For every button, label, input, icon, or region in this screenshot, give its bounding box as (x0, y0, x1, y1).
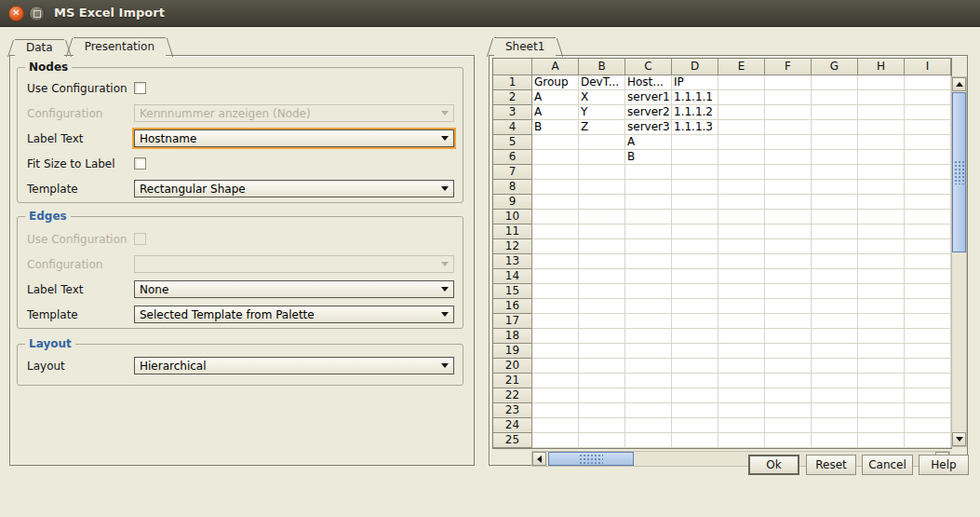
cell-F9[interactable] (765, 195, 812, 210)
cell-E21[interactable] (718, 374, 765, 388)
cell-G5[interactable] (812, 135, 858, 150)
row-header-9[interactable]: 9 (493, 195, 532, 210)
cell-D3[interactable]: 1.1.1.2 (672, 105, 718, 120)
cell-A16[interactable] (532, 299, 579, 314)
cell-A23[interactable] (532, 403, 579, 418)
cell-E1[interactable] (718, 75, 765, 90)
cell-I18[interactable] (905, 329, 951, 344)
cell-F1[interactable] (765, 75, 812, 90)
cell-I4[interactable] (905, 120, 951, 135)
cell-A7[interactable] (532, 165, 579, 180)
cell-D15[interactable] (672, 284, 718, 299)
row-header-15[interactable]: 15 (493, 284, 532, 299)
cell-D6[interactable] (672, 150, 718, 165)
use-configuration-checkbox[interactable] (134, 82, 146, 94)
cell-H9[interactable] (858, 195, 905, 210)
cell-C23[interactable] (625, 403, 672, 418)
cell-E4[interactable] (718, 120, 765, 135)
cell-F17[interactable] (765, 314, 812, 329)
row-header-7[interactable]: 7 (493, 165, 532, 180)
cell-I16[interactable] (905, 299, 951, 314)
cell-A18[interactable] (532, 329, 579, 344)
cell-I1[interactable] (905, 75, 951, 90)
cell-H7[interactable] (858, 165, 905, 180)
cell-H22[interactable] (858, 388, 905, 403)
row-header-11[interactable]: 11 (493, 224, 532, 239)
cell-G25[interactable] (812, 433, 858, 448)
column-header-F[interactable]: F (765, 59, 812, 75)
cell-D25[interactable] (672, 433, 718, 448)
cell-E14[interactable] (718, 269, 765, 284)
cell-D12[interactable] (672, 239, 718, 254)
cell-C10[interactable] (625, 210, 672, 224)
tab-presentation[interactable]: Presentation (74, 37, 166, 57)
cell-D20[interactable] (672, 359, 718, 374)
cell-D16[interactable] (672, 299, 718, 314)
cell-H17[interactable] (858, 314, 905, 329)
cell-F12[interactable] (765, 239, 812, 254)
cell-F2[interactable] (765, 90, 812, 105)
cell-E24[interactable] (718, 418, 765, 433)
edge-label-text-select[interactable]: None (134, 280, 454, 298)
cell-A21[interactable] (532, 374, 579, 388)
cell-D22[interactable] (672, 388, 718, 403)
cell-G13[interactable] (812, 254, 858, 269)
cell-I6[interactable] (905, 150, 951, 165)
cell-B22[interactable] (579, 388, 625, 403)
cell-A19[interactable] (532, 344, 579, 359)
column-header-C[interactable]: C (625, 59, 672, 75)
close-button[interactable]: ✕ (8, 6, 24, 21)
cell-E17[interactable] (718, 314, 765, 329)
cell-H20[interactable] (858, 359, 905, 374)
cell-G20[interactable] (812, 359, 858, 374)
cell-D17[interactable] (672, 314, 718, 329)
vertical-scrollbar[interactable] (951, 76, 967, 447)
cell-C6[interactable]: B (625, 150, 672, 165)
cell-H2[interactable] (858, 90, 905, 105)
cell-B5[interactable] (579, 135, 625, 150)
cell-F24[interactable] (765, 418, 812, 433)
cell-E12[interactable] (718, 239, 765, 254)
tab-sheet1[interactable]: Sheet1 (494, 37, 556, 57)
cell-C17[interactable] (625, 314, 672, 329)
cell-E23[interactable] (718, 403, 765, 418)
cell-D4[interactable]: 1.1.1.3 (672, 120, 718, 135)
cell-G15[interactable] (812, 284, 858, 299)
cell-G18[interactable] (812, 329, 858, 344)
cell-A8[interactable] (532, 180, 579, 195)
cell-A14[interactable] (532, 269, 579, 284)
row-header-21[interactable]: 21 (493, 374, 532, 388)
titlebar[interactable]: ✕ MS Excel Import (0, 0, 980, 27)
column-header-H[interactable]: H (858, 59, 905, 75)
row-header-17[interactable]: 17 (493, 314, 532, 329)
cell-A5[interactable] (532, 135, 579, 150)
cell-B25[interactable] (579, 433, 625, 448)
cell-H8[interactable] (858, 180, 905, 195)
cell-A15[interactable] (532, 284, 579, 299)
cell-H11[interactable] (858, 224, 905, 239)
layout-select[interactable]: Hierarchical (134, 357, 454, 374)
cell-B6[interactable] (579, 150, 625, 165)
cell-E5[interactable] (718, 135, 765, 150)
cell-F4[interactable] (765, 120, 812, 135)
scroll-down-button[interactable] (952, 432, 966, 446)
cell-F20[interactable] (765, 359, 812, 374)
cell-B14[interactable] (579, 269, 625, 284)
cell-C18[interactable] (625, 329, 672, 344)
cell-C3[interactable]: server2 (625, 105, 672, 120)
fit-size-to-label-checkbox[interactable] (134, 157, 146, 170)
cell-H18[interactable] (858, 329, 905, 344)
cell-B11[interactable] (579, 224, 625, 239)
cell-G4[interactable] (812, 120, 858, 135)
cell-C1[interactable]: Host... (625, 75, 672, 90)
cell-C21[interactable] (625, 374, 672, 388)
cell-A25[interactable] (532, 433, 579, 448)
cell-I22[interactable] (905, 388, 951, 403)
cell-I14[interactable] (905, 269, 951, 284)
cell-E8[interactable] (718, 180, 765, 195)
cell-I15[interactable] (905, 284, 951, 299)
row-header-2[interactable]: 2 (493, 90, 532, 105)
row-header-8[interactable]: 8 (493, 180, 532, 195)
cell-E10[interactable] (718, 210, 765, 224)
cell-D11[interactable] (672, 224, 718, 239)
